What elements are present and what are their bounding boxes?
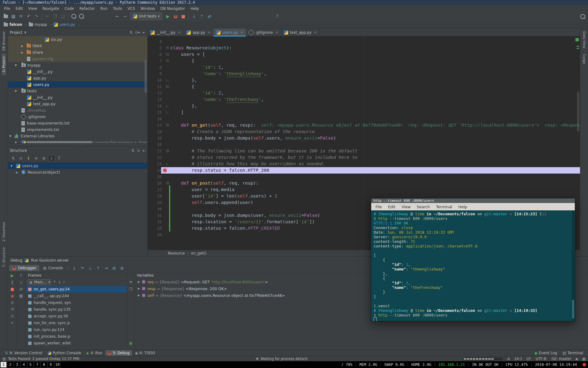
run-configuration-selector[interactable]: Unit tests▼ (130, 13, 162, 20)
thread-selector[interactable]: ▦ Main... ▼ (27, 279, 51, 285)
terminal-menu-help[interactable]: Help (455, 204, 470, 210)
toolwindow-tab-terminal[interactable]: ▤Terminal (560, 350, 586, 356)
back-icon[interactable]: ← (113, 13, 121, 20)
stripe-tab-1-project[interactable]: 1: Project (2, 54, 6, 75)
step-icon-6[interactable]: ≣ (118, 266, 126, 270)
copy-icon[interactable]: ❐ (51, 13, 59, 20)
fold-marker-icon[interactable]: − (166, 124, 169, 126)
tree-item-External-Libraries[interactable]: ▼External Libraries (8, 133, 147, 139)
tree-expand-icon[interactable]: ▶ (21, 44, 23, 48)
snapshot-icon[interactable]: ▣ (129, 341, 132, 345)
frame-item[interactable]: handle_request, syn (26, 299, 127, 306)
expand-icon[interactable]: ▶ (138, 294, 140, 297)
code-line-22[interactable]: 22 # status returned by the framework, b… (148, 154, 580, 161)
structure-toolbar-icon-1[interactable]: ⊙ (17, 155, 24, 161)
help-icon[interactable]: ? (273, 13, 281, 20)
fold-marker-icon[interactable] (166, 163, 169, 165)
debug-action-icon-1[interactable]: ‖ (11, 280, 13, 284)
editor-tab-app-py[interactable]: app.py× (184, 29, 213, 36)
menu-item-db-navigator[interactable]: DB Navigator (158, 6, 188, 11)
menu-item-window[interactable]: Window (138, 6, 158, 11)
tree-item--gitignore[interactable]: .gitignore (8, 113, 147, 120)
power-icon[interactable] (582, 363, 586, 366)
tree-item-test_app-py[interactable]: test_app.py (8, 101, 147, 107)
run-icon[interactable]: ▶ (164, 13, 172, 20)
debug-action-icon-4[interactable]: ⊘ (11, 301, 14, 305)
toolwindow-tab-event-log[interactable]: ●Event Log (532, 350, 560, 356)
menu-item-view[interactable]: View (25, 6, 40, 11)
structure-toolbar-icon-5[interactable]: ↓ (48, 155, 55, 161)
structure-toolbar-icon-2[interactable]: ℹ (25, 155, 32, 161)
fold-marker-icon[interactable]: − (166, 150, 169, 152)
debug-icon[interactable] (172, 13, 179, 20)
tree-expand-icon[interactable]: ▼ (15, 64, 17, 67)
vcs-commit-icon[interactable]: ⇡ (198, 13, 206, 20)
structure-toolbar-icon-0[interactable]: ⇅ (10, 155, 17, 161)
stripe-tab-7-structure[interactable]: 7: Structure (2, 244, 6, 270)
vcs-update-icon[interactable]: ⇣ (190, 13, 198, 20)
save-icon[interactable]: ▤ (9, 13, 17, 20)
project-scrollbar[interactable] (145, 59, 147, 93)
fold-marker-icon[interactable]: − (166, 59, 169, 62)
terminal-scrollbar[interactable] (572, 210, 575, 321)
lock-icon[interactable]: ▪ (575, 357, 578, 361)
code-line-26[interactable]: 26− def on_post(self, req, resp): (148, 180, 580, 186)
code-line-9[interactable]: 9 'name': 'theenglishway', (148, 71, 580, 77)
filter-icon[interactable]: ▽ (63, 281, 65, 284)
tree-item-requirements-txt[interactable]: requirements.txt (8, 126, 147, 133)
debug-tab-console[interactable]: ▤Console (40, 265, 66, 271)
step-icon-5[interactable]: ⊞ (110, 266, 118, 270)
step-icon-0[interactable]: ↓ (70, 266, 78, 270)
fold-marker-icon[interactable] (166, 111, 169, 113)
fold-marker-icon[interactable]: − (166, 53, 169, 56)
workspace-8[interactable]: 8 (41, 362, 47, 368)
forward-icon[interactable]: → (121, 13, 129, 20)
breadcrumb-item-myapp[interactable]: myapp (29, 22, 47, 27)
fold-marker-icon[interactable]: − (166, 85, 169, 88)
caret-position[interactable]: 24:1 (514, 357, 522, 361)
tree-expand-icon[interactable]: ▼ (15, 90, 17, 93)
find-icon[interactable] (70, 13, 77, 20)
code-line-6[interactable]: 6− users = [ (148, 51, 580, 58)
stripe-tab-db-browser[interactable]: DB Browser (2, 29, 6, 54)
structure-toolbar-icon-4[interactable]: ≣ (40, 155, 47, 161)
close-tab-icon[interactable]: × (240, 30, 243, 34)
vcs-compare-icon[interactable]: ⇄ (206, 13, 213, 20)
context-class[interactable]: Resource (168, 251, 185, 255)
toolwindow-tab-4-run[interactable]: ▶4: Run (84, 350, 105, 356)
frame-item[interactable]: __call__, api.py:244 (26, 293, 127, 299)
code-line-10[interactable]: 10 }, (148, 77, 580, 83)
breakpoint-icon[interactable] (163, 168, 167, 172)
search-everywhere-icon[interactable] (580, 14, 585, 19)
tree-item-pyvenv-cfg[interactable]: pyvenv.cfg (8, 56, 147, 62)
cut-icon[interactable]: ✂ (43, 13, 51, 20)
toolwindow-tab-5-debug[interactable]: 5: Debug (105, 350, 132, 356)
vcs-branch[interactable]: Git: master (552, 357, 571, 361)
hide-panel-icon[interactable]: ⇤ (142, 148, 145, 153)
tree-expand-icon[interactable]: ▼ (15, 141, 17, 144)
code-line-25[interactable]: 25 (148, 174, 580, 180)
close-tab-icon[interactable]: × (178, 30, 181, 34)
synchronize-icon[interactable]: ⟳ (17, 13, 25, 20)
terminal-menu-file[interactable]: File (372, 204, 385, 210)
code-line-8[interactable]: 8 'id': 1, (148, 64, 580, 71)
prev-frame-icon[interactable]: ↑ (53, 280, 56, 284)
tree-item-app-py[interactable]: app.py (8, 75, 147, 81)
stripe-tab-cargo[interactable]: Cargo (582, 51, 586, 67)
code-line-15[interactable]: 15 ] (148, 109, 580, 116)
terminal-menu-search[interactable]: Search (414, 204, 433, 210)
tree-item-__init__-py[interactable]: __init__.py (8, 94, 147, 101)
code-line-27[interactable]: 27 user = req.media (148, 186, 580, 193)
fold-marker-icon[interactable]: − (166, 47, 169, 49)
fold-marker-icon[interactable] (166, 79, 169, 81)
tree-item-six-py[interactable]: six.py (8, 36, 147, 43)
paste-icon[interactable]: ❏ (59, 13, 66, 20)
code-line-16[interactable]: 16 (148, 116, 580, 122)
debug-view-icon-0[interactable]: ↑ (20, 274, 23, 278)
tree-item-share[interactable]: ▶share (8, 49, 147, 56)
close-tab-icon[interactable]: × (314, 30, 317, 34)
debug-action-icon-2[interactable]: ■ (10, 287, 14, 291)
toolwindow-tab-9-version-control[interactable]: ⇅9: Version Control (2, 350, 45, 356)
structure-item-users-py[interactable]: ▼users.py (8, 163, 147, 169)
menu-item-run[interactable]: Run (98, 6, 110, 11)
